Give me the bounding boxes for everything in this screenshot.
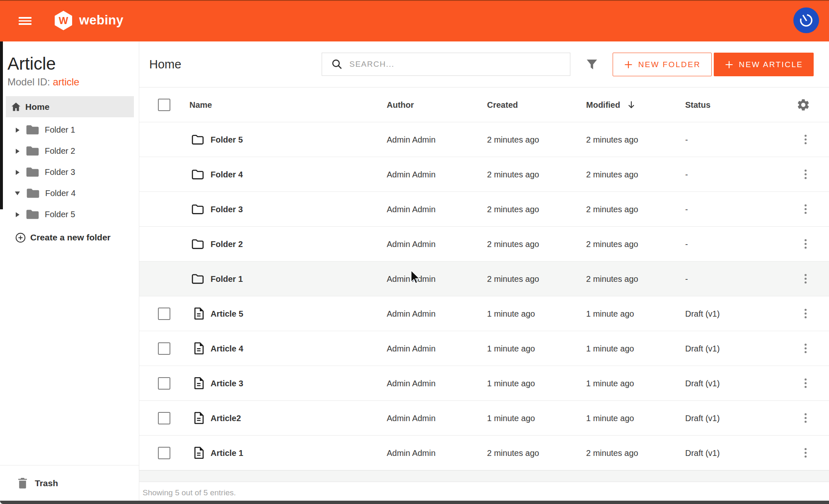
row-name[interactable]: Folder 5 [211, 135, 243, 144]
row-name[interactable]: Article 1 [211, 448, 243, 458]
column-header-status[interactable]: Status [685, 100, 710, 109]
table-row-folder-2[interactable]: Folder 2Admin Admin2 minutes ago2 minute… [139, 227, 829, 262]
document-icon [194, 446, 205, 459]
table-row-folder-5[interactable]: Folder 5Admin Admin2 minutes ago2 minute… [139, 122, 829, 157]
folder-icon [191, 134, 204, 145]
search-input[interactable] [349, 60, 548, 69]
table-row-article-4[interactable]: Article 4Admin Admin1 minute ago1 minute… [139, 331, 829, 366]
modified-label: Modified [586, 100, 620, 109]
chevron-right-icon[interactable] [16, 149, 19, 154]
row-author: Admin Admin [387, 204, 436, 214]
table-header-row: Name Author Created Modified Status [139, 87, 829, 122]
table-settings-gear-icon[interactable] [796, 98, 810, 112]
row-name[interactable]: Folder 2 [211, 239, 243, 249]
model-id-label: Model ID: [7, 76, 50, 87]
create-new-folder-button[interactable]: Create a new folder [0, 227, 139, 248]
row-modified: 1 minute ago [586, 344, 634, 353]
sidebar: Article Model ID: article Home Folder 1F… [0, 41, 139, 501]
document-icon [194, 342, 205, 355]
row-name[interactable]: Article 3 [211, 378, 243, 388]
folder-icon [191, 169, 204, 180]
row-checkbox[interactable] [158, 447, 170, 459]
row-actions-kebab-icon[interactable] [803, 447, 807, 459]
row-actions-kebab-icon[interactable] [803, 342, 807, 355]
model-id-value: article [53, 76, 79, 87]
plus-circle-icon [15, 232, 26, 243]
webiny-logo-icon[interactable]: W [55, 11, 72, 30]
row-modified: 2 minutes ago [586, 274, 638, 284]
row-actions-kebab-icon[interactable] [803, 203, 807, 216]
folder-icon [191, 238, 204, 250]
brand-name: webiny [79, 13, 124, 28]
row-modified: 2 minutes ago [586, 448, 638, 458]
sidebar-folder-5[interactable]: Folder 5 [0, 204, 139, 225]
chevron-right-icon[interactable] [16, 212, 19, 217]
row-status: Draft (v1) [685, 344, 720, 353]
table-row-article-5[interactable]: Article 5Admin Admin1 minute ago1 minute… [139, 296, 829, 331]
column-header-created[interactable]: Created [487, 100, 518, 109]
row-name[interactable]: Folder 4 [211, 170, 243, 179]
row-actions-kebab-icon[interactable] [803, 412, 807, 424]
column-header-name[interactable]: Name [189, 100, 212, 109]
document-icon [194, 307, 205, 320]
table-row-folder-3[interactable]: Folder 3Admin Admin2 minutes ago2 minute… [139, 192, 829, 227]
row-actions-kebab-icon[interactable] [803, 133, 807, 146]
menu-icon[interactable] [19, 17, 32, 25]
row-name[interactable]: Folder 1 [211, 274, 243, 284]
plus-icon [725, 60, 734, 69]
sidebar-item-trash[interactable]: Trash [0, 465, 139, 501]
table-row-folder-1[interactable]: Folder 1Admin Admin2 minutes ago2 minute… [139, 262, 829, 296]
chevron-down-icon[interactable] [15, 191, 20, 195]
row-checkbox[interactable] [158, 342, 170, 355]
model-id-line: Model ID: article [7, 76, 79, 88]
trash-icon [17, 477, 28, 489]
row-actions-kebab-icon[interactable] [803, 308, 807, 320]
row-actions-kebab-icon[interactable] [803, 168, 807, 181]
row-checkbox[interactable] [158, 377, 170, 390]
table-row-article-1[interactable]: Article 1Admin Admin2 minutes ago2 minut… [139, 436, 829, 470]
main-content: Home NEW FOLDER NEW ARTICLE Name Aut [139, 41, 829, 501]
folder-icon [26, 124, 39, 136]
table-row-folder-4[interactable]: Folder 4Admin Admin2 minutes ago2 minute… [139, 157, 829, 192]
select-all-checkbox[interactable] [158, 99, 170, 111]
row-status: - [685, 239, 688, 249]
row-name[interactable]: Article2 [211, 413, 241, 423]
sign-out-button[interactable] [793, 7, 819, 33]
row-actions-kebab-icon[interactable] [803, 238, 807, 250]
row-author: Admin Admin [387, 309, 436, 318]
table-row-article-3[interactable]: Article 3Admin Admin1 minute ago1 minute… [139, 366, 829, 401]
column-header-author[interactable]: Author [387, 100, 414, 109]
row-name[interactable]: Folder 3 [211, 204, 243, 214]
new-folder-button[interactable]: NEW FOLDER [613, 53, 712, 76]
table-row-article2[interactable]: Article2Admin Admin1 minute ago1 minute … [139, 401, 829, 436]
row-name[interactable]: Article 5 [211, 309, 243, 318]
row-actions-kebab-icon[interactable] [803, 377, 807, 390]
filter-icon[interactable] [586, 58, 598, 71]
chevron-right-icon[interactable] [16, 170, 19, 175]
row-name[interactable]: Article 4 [211, 344, 243, 353]
sort-desc-arrow-icon [628, 100, 635, 109]
chevron-right-icon[interactable] [16, 128, 19, 133]
current-folder-title: Home [149, 58, 181, 71]
sidebar-folder-2[interactable]: Folder 2 [0, 141, 139, 162]
folder-icon [26, 145, 39, 157]
sidebar-item-home[interactable]: Home [6, 96, 134, 117]
folder-icon [26, 188, 40, 199]
sidebar-folder-1[interactable]: Folder 1 [0, 119, 139, 141]
row-actions-kebab-icon[interactable] [803, 273, 807, 285]
row-modified: 2 minutes ago [586, 204, 638, 214]
sidebar-folder-4[interactable]: Folder 4 [0, 183, 139, 204]
row-created: 2 minutes ago [487, 135, 539, 144]
top-app-bar: W webiny [0, 0, 829, 41]
row-checkbox[interactable] [158, 412, 170, 424]
new-article-button[interactable]: NEW ARTICLE [714, 53, 814, 76]
column-header-modified[interactable]: Modified [586, 100, 635, 109]
row-checkbox[interactable] [158, 308, 170, 320]
row-created: 2 minutes ago [487, 274, 539, 284]
row-author: Admin Admin [387, 239, 436, 249]
sidebar-folder-3[interactable]: Folder 3 [0, 162, 139, 183]
create-folder-label: Create a new folder [30, 233, 111, 242]
new-folder-label: NEW FOLDER [638, 60, 701, 69]
table-footer-band [139, 470, 829, 482]
row-modified: 1 minute ago [586, 413, 634, 423]
